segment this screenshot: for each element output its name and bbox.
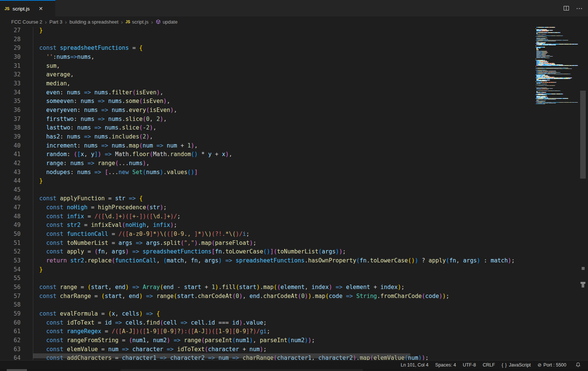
- code-line: lasttwo: nums => nums.slice(-2),: [39, 124, 536, 133]
- overview-ruler-marker: [582, 267, 585, 270]
- code-line: const charRange = (start, end) => range(…: [39, 292, 536, 301]
- code-line: const rangeFromString = (num1, num2) => …: [39, 336, 536, 345]
- code-line: has2: nums => nums.includes(2),: [39, 133, 536, 142]
- bottom-strip: [0, 369, 588, 371]
- tab-bar: JS script.js ✕ ⋯: [0, 0, 588, 16]
- overview-ruler-cursor-marker-stem: [582, 284, 584, 288]
- code-line: [39, 186, 536, 195]
- code-line: '':nums=>nums,: [39, 53, 536, 62]
- code-line: const functionCall = /([a-z0-9]*)\(([0-9…: [39, 230, 536, 239]
- code-line: [39, 301, 536, 310]
- status-notifications[interactable]: [572, 362, 584, 368]
- code-line: const apply = (fn, args) => spreadsheetF…: [39, 247, 536, 256]
- breadcrumb-item-update[interactable]: update: [156, 19, 178, 25]
- minimap-line: [536, 69, 578, 69]
- close-icon[interactable]: ✕: [39, 6, 43, 12]
- code-line: sum,: [39, 62, 536, 71]
- chevron-right-icon: ›: [45, 19, 47, 25]
- code-line: [39, 274, 536, 283]
- code-line: const evalFormula = (x, cells) => {: [39, 310, 536, 319]
- taskbar-fragment: [7, 369, 27, 371]
- code-area[interactable]: }const spreadsheetFunctions = {'':nums=>…: [0, 27, 536, 360]
- breadcrumb-item-fcc-course-2[interactable]: FCC Course 2: [11, 19, 42, 25]
- code-line: const str2 = infixEval(noHigh, infix);: [39, 221, 536, 230]
- vscode-window: JS script.js ✕ ⋯ FCC Course 2›Part 3›bui…: [0, 0, 588, 371]
- code-line: range: nums => range(...nums),: [39, 159, 536, 168]
- status-cursor-position[interactable]: Ln 101, Col 4: [397, 362, 432, 368]
- chevron-right-icon: ›: [65, 19, 67, 25]
- breadcrumb-item-script-js[interactable]: JSscript.js: [126, 19, 148, 25]
- vertical-scrollbar[interactable]: [580, 27, 586, 360]
- breadcrumb: FCC Course 2›Part 3›building a spreadshe…: [0, 16, 588, 27]
- status-eol[interactable]: CRLF: [480, 362, 499, 368]
- code-line: const spreadsheetFunctions = {: [39, 44, 536, 53]
- code-line: const applyFunction = str => {: [39, 194, 536, 203]
- editor[interactable]: 2728293031323334353637383940414243444546…: [0, 27, 588, 360]
- code-line: const infix = /([\d.]+)([+-])([\d.]+)/;: [39, 212, 536, 221]
- breadcrumb-item-part-3[interactable]: Part 3: [49, 19, 62, 25]
- tab-label: script.js: [12, 6, 30, 12]
- horizontal-scrollbar-thumb[interactable]: [33, 353, 410, 358]
- minimap[interactable]: [536, 27, 578, 360]
- code-line: median,: [39, 79, 536, 88]
- js-icon: JS: [4, 6, 9, 11]
- chevron-right-icon: ›: [151, 19, 153, 25]
- status-indentation[interactable]: Spaces: 4: [432, 362, 460, 368]
- code-line: const noHigh = highPrecedence(str);: [39, 203, 536, 212]
- breadcrumb-item-building-a-spreadsheet[interactable]: building a spreadsheet: [70, 19, 119, 25]
- code-line: }: [39, 265, 536, 274]
- code-line: }: [39, 27, 536, 35]
- code-line: random: ([x, y]) => Math.floor(Math.rand…: [39, 150, 536, 159]
- vertical-scrollbar-thumb[interactable]: [580, 91, 586, 179]
- code-line: const range = (start, end) => Array(end …: [39, 283, 536, 292]
- taskbar-fragment-2: [120, 369, 363, 371]
- code-line: return str2.replace(functionCall, (match…: [39, 256, 536, 265]
- code-line: const rangeRegex = /([A-J])([1-9][0-9]?)…: [39, 327, 536, 336]
- code-line: }: [39, 177, 536, 186]
- status-language-mode[interactable]: { }JavaScript: [498, 362, 534, 368]
- code-line: const idToText = id => cells.find(cell =…: [39, 319, 536, 328]
- status-live-server-port[interactable]: ⊘Port : 5500: [534, 362, 570, 368]
- code-line: nodupes: nums => [...new Set(nums).value…: [39, 168, 536, 177]
- editor-actions: ⋯: [563, 0, 583, 16]
- minimap-line: [536, 104, 578, 104]
- status-bar: Ln 101, Col 4Spaces: 4UTF-8CRLF{ }JavaSc…: [0, 360, 588, 369]
- more-actions-icon[interactable]: ⋯: [576, 4, 583, 12]
- code-line: increment: nums => nums.map(num => num +…: [39, 142, 536, 150]
- code-line: someeven: nums => nums.some(isEven),: [39, 97, 536, 106]
- code-line: average,: [39, 70, 536, 79]
- code-line: [39, 35, 536, 44]
- status-encoding[interactable]: UTF-8: [459, 362, 479, 368]
- chevron-right-icon: ›: [121, 19, 123, 25]
- split-editor-icon[interactable]: [563, 5, 569, 11]
- code-line: firsttwo: nums => nums.slice(0, 2),: [39, 115, 536, 124]
- tab-script-js[interactable]: JS script.js ✕: [0, 0, 55, 16]
- code-line: everyeven: nums => nums.every(isEven),: [39, 106, 536, 115]
- code-line: const toNumberList = args => args.split(…: [39, 239, 536, 248]
- code-line: const elemValue = num => character => id…: [39, 345, 536, 354]
- code-line: even: nums => nums.filter(isEven),: [39, 88, 536, 97]
